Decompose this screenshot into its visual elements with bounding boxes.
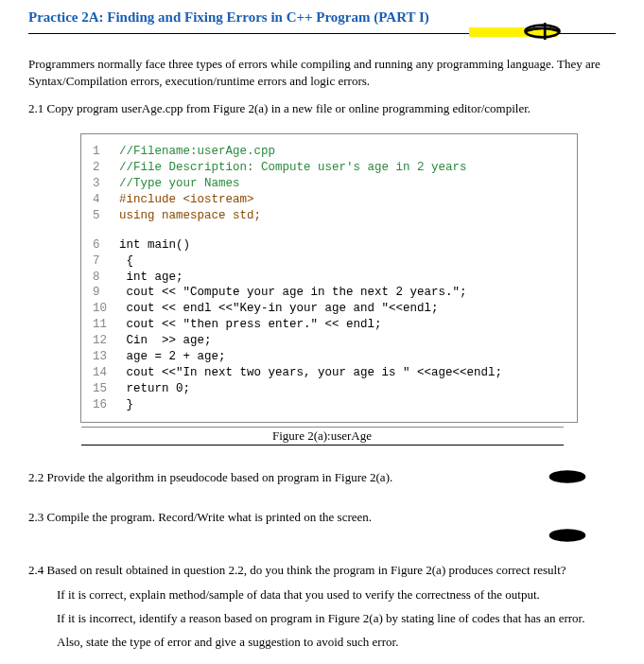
highlight-annotation (28, 27, 616, 37)
code-line: //Filename:userAge.cpp (119, 144, 275, 160)
line-number: 10 (93, 301, 119, 317)
figure-caption-row: Figure 2(a):userAge (28, 427, 616, 446)
code-line: age = 2 + age; (119, 349, 226, 365)
question-2-4: 2.4 Based on result obtained in question… (28, 563, 616, 654)
question-subline: If it is incorrect, identify a reason ba… (57, 607, 616, 631)
line-number: 16 (93, 397, 119, 413)
question-subline: Also, state the type of error and give a… (57, 631, 616, 655)
line-number: 8 (93, 270, 119, 286)
question-text: 2.3 Compile the program. Record/Write wh… (28, 510, 372, 524)
code-line: using namespace std; (119, 208, 261, 224)
code-line: cout << "Compute your age in the next 2 … (119, 285, 467, 301)
svg-point-2 (550, 530, 585, 541)
scribble-icon (548, 468, 587, 485)
code-line: cout << "then press enter." << endl; (119, 317, 382, 333)
line-number: 15 (93, 381, 119, 397)
line-number: 9 (93, 285, 119, 301)
line-number: 14 (93, 365, 119, 381)
code-line: //File Description: Compute user's age i… (119, 160, 467, 176)
line-number: 13 (93, 349, 119, 365)
line-number: 2 (93, 160, 119, 176)
question-2-3: 2.3 Compile the program. Record/Write wh… (28, 510, 616, 525)
line-number: 5 (93, 208, 119, 224)
code-line: #include <iostream> (119, 192, 254, 208)
code-line: Cin >> age; (119, 333, 212, 349)
question-text: 2.4 Based on result obtained in question… (28, 563, 616, 578)
code-line: cout << endl <<"Key-in your age and "<<e… (119, 301, 439, 317)
code-line: { (119, 253, 133, 270)
line-number: 12 (93, 333, 119, 349)
line-number: 7 (93, 253, 119, 270)
code-line: } (119, 397, 133, 413)
line-number: 11 (93, 317, 119, 333)
code-line: int main() (119, 237, 190, 253)
line-number: 3 (93, 176, 119, 192)
scribble-icon (548, 527, 587, 544)
intro-paragraph: Programmers normally face three types of… (28, 56, 616, 90)
code-line: //Type your Names (119, 176, 240, 192)
line-number: 4 (93, 192, 119, 208)
code-line: int age; (119, 270, 183, 286)
code-figure: 1//Filename:userAge.cpp 2//File Descript… (80, 133, 578, 423)
question-2-1: 2.1 Copy program userAge.cpp from Figure… (28, 101, 616, 116)
figure-caption: Figure 2(a):userAge (81, 427, 564, 446)
question-text: 2.2 Provide the algorithm in pseudocode … (28, 470, 392, 484)
question-2-2: 2.2 Provide the algorithm in pseudocode … (28, 470, 616, 485)
line-number: 6 (93, 237, 119, 253)
line-number: 1 (93, 144, 119, 160)
code-line: cout <<"In next two years, your age is "… (119, 365, 502, 381)
code-line: return 0; (119, 381, 190, 397)
svg-point-1 (550, 471, 585, 482)
scribble-icon (521, 21, 564, 42)
question-subline: If it is correct, explain method/sample … (57, 584, 616, 607)
